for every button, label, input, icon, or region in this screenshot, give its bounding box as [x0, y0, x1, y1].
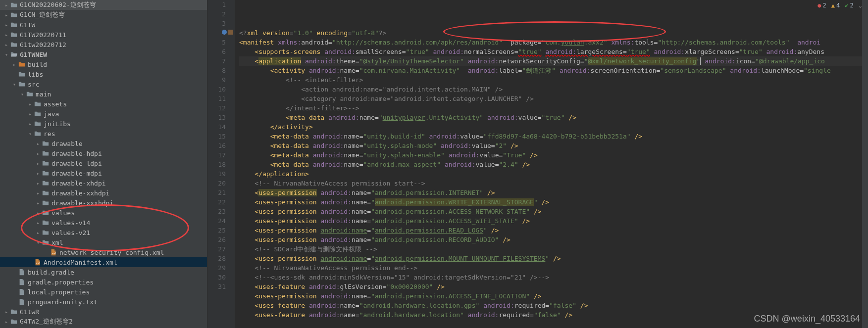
tree-item[interactable]: ▾src [0, 79, 207, 89]
code-line[interactable]: <category android:name="android.intent.c… [239, 94, 868, 103]
code-line[interactable]: <!-- NirvanaNativeAccess permission end-… [239, 263, 868, 273]
tree-item[interactable]: ▸drawable-hdpi [0, 148, 207, 158]
status-errors[interactable]: ●2 [817, 2, 826, 9]
code-line[interactable]: <meta-data android:name="unity.splash-mo… [239, 141, 868, 150]
code-line[interactable]: <?xml version="1.0" encoding="utf-8"?> [239, 28, 868, 38]
code-line[interactable]: </intent-filter>--> [239, 103, 868, 113]
chevron-icon[interactable]: ▸ [3, 22, 10, 28]
tree-label: java [44, 110, 59, 118]
code-line[interactable]: <uses-permission android:name="android.p… [239, 226, 868, 235]
tree-item[interactable]: proguard-unity.txt [0, 297, 207, 307]
gutter-line: 12 [207, 103, 226, 113]
tree-item[interactable]: local.properties [0, 287, 207, 297]
tree-item[interactable]: ▸G1TW20220711 [0, 30, 207, 40]
chevron-icon[interactable]: ▸ [35, 141, 42, 146]
chevron-icon[interactable]: ▾ [3, 52, 10, 57]
chevron-icon[interactable]: ▸ [35, 230, 42, 235]
status-weak[interactable]: ✔2 [845, 2, 853, 9]
code-line[interactable]: <meta-data android:name="unityplayer.Uni… [239, 113, 868, 122]
gutter-line: 6 [207, 47, 226, 56]
chevron-icon[interactable]: ▾ [19, 92, 26, 97]
tree-item[interactable]: build.gradle [0, 267, 207, 277]
code-line[interactable]: <!--<uses-sdk android:minSdkVersion="15"… [239, 273, 868, 282]
chevron-icon[interactable]: ▸ [3, 2, 10, 8]
chevron-down-icon[interactable]: ⌄ [859, 2, 862, 9]
chevron-icon[interactable]: ▸ [35, 181, 42, 186]
tree-item[interactable]: ▸assets [0, 99, 207, 109]
tree-item[interactable]: ▸G1CN_逆剑苍穹 [0, 10, 207, 20]
code-line[interactable]: <!-- NirvanaNativeAccess permission star… [239, 179, 868, 188]
tree-item[interactable]: ▾main [0, 89, 207, 99]
tree-item[interactable]: ▸values-v21 [0, 228, 207, 237]
code-line[interactable]: <uses-permission android:name="android.p… [239, 197, 868, 207]
chevron-icon[interactable]: ▸ [3, 319, 10, 325]
scrollbar[interactable] [862, 0, 868, 328]
tree-item[interactable]: ▾res [0, 129, 207, 139]
chevron-icon[interactable]: ▸ [3, 42, 10, 47]
code-area[interactable]: <?xml version="1.0" encoding="utf-8"?><m… [235, 0, 868, 328]
tree-item[interactable]: libs [0, 69, 207, 79]
status-warnings[interactable]: ▲4 [831, 2, 840, 9]
tree-item[interactable]: ▾G1TWNEW [0, 49, 207, 59]
code-line[interactable]: <uses-permission android:name="android.p… [239, 216, 868, 226]
tree-item[interactable]: ▸jniLibs [0, 119, 207, 129]
tree-item[interactable]: ▸values-v14 [0, 218, 207, 228]
code-line[interactable]: <activity android:name="com.nirvana.Main… [239, 66, 868, 75]
chevron-icon[interactable]: ▸ [27, 111, 34, 117]
tree-item[interactable]: ▸G1twR [0, 307, 207, 317]
tree-item[interactable]: xmlnetwork_security_config.xml [0, 247, 207, 257]
code-line[interactable]: <uses-feature android:glEsVersion="0x000… [239, 282, 868, 291]
chevron-icon[interactable]: ▸ [35, 220, 42, 226]
tree-item[interactable]: ▸java [0, 109, 207, 119]
tree-item[interactable]: ▸G1CN20220602-逆剑苍穹 [0, 0, 207, 10]
tree-item[interactable]: ▸drawable-xhdpi [0, 178, 207, 188]
code-line[interactable]: <meta-data android:name="unity.build-id"… [239, 132, 868, 141]
tree-item[interactable]: ▸drawable-mdpi [0, 168, 207, 178]
code-editor[interactable]: 1234567891011121314151617181920212223242… [207, 0, 868, 328]
chevron-icon[interactable]: ▾ [11, 82, 18, 87]
chevron-icon[interactable]: ▾ [27, 131, 34, 137]
code-line[interactable]: <action android:name="android.intent.act… [239, 85, 868, 94]
code-line[interactable]: <uses-permission android:name="android.p… [239, 188, 868, 197]
code-line[interactable]: <meta-data android:name="unity.splash-en… [239, 150, 868, 160]
code-line[interactable]: <uses-permission android:name="android.p… [239, 291, 868, 301]
chevron-icon[interactable]: ▸ [35, 161, 42, 166]
tree-item[interactable]: ▸G1TW [0, 20, 207, 30]
code-line[interactable]: <uses-feature android:name="android.hard… [239, 301, 868, 310]
code-line[interactable]: <uses-permission android:name="android.p… [239, 207, 868, 216]
code-line[interactable]: </activity> [239, 122, 868, 132]
chevron-icon[interactable]: ▸ [3, 32, 10, 38]
chevron-icon[interactable]: ▸ [11, 62, 18, 67]
chevron-icon[interactable]: ▸ [35, 210, 42, 216]
tree-item[interactable]: ▸drawable-ldpi [0, 158, 207, 168]
code-line[interactable]: <!-- <intent-filter> [239, 75, 868, 85]
tree-item[interactable]: ▸G1tw20220712 [0, 40, 207, 49]
chevron-icon[interactable]: ▾ [35, 240, 42, 245]
code-line[interactable]: <manifest xmlns:android="http://schemas.… [239, 38, 868, 47]
tree-item[interactable]: ▾xml [0, 237, 207, 247]
tree-item[interactable]: ▸drawable-xxxhdpi [0, 198, 207, 208]
code-line[interactable]: <supports-screens android:smallScreens="… [239, 47, 868, 56]
chevron-icon[interactable]: ▸ [35, 190, 42, 196]
chevron-icon[interactable]: ▸ [35, 151, 42, 156]
tree-item[interactable]: ▸G4TW2_逆剑苍穹2 [0, 317, 207, 327]
tree-item[interactable]: xmlAndroidManifest.xml [0, 257, 207, 267]
code-line[interactable]: <uses-permission android:name="android.p… [239, 254, 868, 263]
tree-item[interactable]: gradle.properties [0, 277, 207, 287]
chevron-icon[interactable]: ▸ [3, 309, 10, 315]
code-line[interactable]: <meta-data android:name="android.max_asp… [239, 160, 868, 169]
chevron-icon[interactable]: ▸ [27, 101, 34, 107]
code-line[interactable]: <!-- SDCard中创建与删除文件权限 --> [239, 244, 868, 254]
chevron-icon[interactable]: ▸ [3, 12, 10, 18]
tree-item[interactable]: ▸drawable [0, 139, 207, 148]
tree-item[interactable]: ▸build [0, 59, 207, 69]
tree-item[interactable]: ▸drawable-xxhdpi [0, 188, 207, 198]
code-line[interactable]: <uses-permission android:name="android.p… [239, 235, 868, 244]
chevron-icon[interactable]: ▸ [27, 121, 34, 127]
chevron-icon[interactable]: ▸ [35, 200, 42, 206]
project-tree[interactable]: ▸G1CN20220602-逆剑苍穹▸G1CN_逆剑苍穹▸G1TW▸G1TW20… [0, 0, 207, 328]
chevron-icon[interactable]: ▸ [35, 171, 42, 176]
code-line[interactable]: </application> [239, 169, 868, 179]
code-line[interactable]: <application android:theme="@style/Unity… [239, 56, 868, 66]
tree-item[interactable]: ▸values [0, 208, 207, 218]
